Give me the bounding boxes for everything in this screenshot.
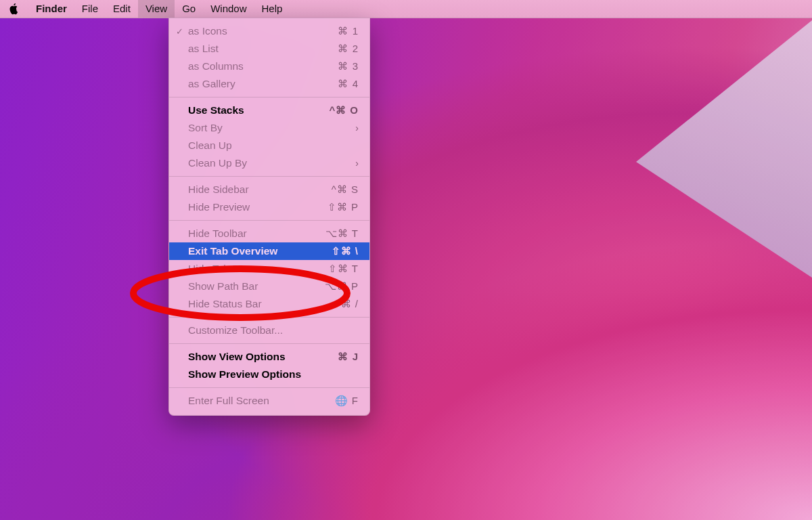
menu-item-enter-full-screen[interactable]: Enter Full Screen 🌐 F <box>169 392 369 410</box>
menu-item-shortcut: ⇧⌘ \ <box>332 245 359 257</box>
menu-separator <box>169 343 369 344</box>
menu-item-sort-by[interactable]: Sort By › <box>169 119 369 137</box>
menu-item-hide-tab-bar[interactable]: Hide Tab Bar ⇧⌘ T <box>169 260 369 278</box>
menu-item-label: Exit Tab Overview <box>188 245 332 257</box>
menubar-item-edit[interactable]: Edit <box>106 0 138 18</box>
menu-item-exit-tab-overview[interactable]: Exit Tab Overview ⇧⌘ \ <box>169 242 369 260</box>
menu-item-clean-up[interactable]: Clean Up <box>169 137 369 154</box>
menu-item-as-list[interactable]: as List ⌘ 2 <box>169 40 369 58</box>
menu-item-hide-sidebar[interactable]: Hide Sidebar ^⌘ S <box>169 181 369 198</box>
menu-item-shortcut: ^⌘ O <box>329 104 359 116</box>
menu-item-label: Enter Full Screen <box>188 395 335 407</box>
menu-item-label: Hide Sidebar <box>188 183 332 196</box>
menu-item-show-preview-options[interactable]: Show Preview Options <box>169 366 369 383</box>
menu-item-shortcut: 🌐 F <box>335 395 359 407</box>
menu-item-show-view-options[interactable]: Show View Options ⌘ J <box>169 348 369 366</box>
menu-item-use-stacks[interactable]: Use Stacks ^⌘ O <box>169 102 369 119</box>
chevron-right-icon: › <box>355 158 359 169</box>
menu-item-label: Show Path Bar <box>188 280 325 292</box>
menu-separator <box>169 317 369 318</box>
menu-item-label: Show Preview Options <box>188 368 359 381</box>
menu-item-shortcut: ⌥⌘ P <box>325 280 359 292</box>
menu-item-label: Use Stacks <box>188 104 329 116</box>
menubar-item-file[interactable]: File <box>74 0 106 18</box>
menu-item-label: Hide Status Bar <box>188 298 341 310</box>
menu-item-label: as Icons <box>188 25 338 37</box>
desktop-wallpaper <box>0 0 812 520</box>
chevron-right-icon: › <box>355 123 359 133</box>
menu-item-shortcut: ⌥⌘ T <box>325 228 359 240</box>
menu-item-label: Clean Up By <box>188 157 355 169</box>
menu-item-label: Clean Up <box>188 139 359 152</box>
menu-item-shortcut: ⌘ 3 <box>338 60 359 72</box>
menu-item-label: Hide Toolbar <box>188 228 325 240</box>
menu-item-as-icons[interactable]: ✓ as Icons ⌘ 1 <box>169 22 369 40</box>
menu-separator <box>169 220 369 221</box>
menu-item-clean-up-by[interactable]: Clean Up By › <box>169 154 369 172</box>
menu-item-show-path-bar[interactable]: Show Path Bar ⌥⌘ P <box>169 278 369 295</box>
menu-item-customize-toolbar[interactable]: Customize Toolbar... <box>169 322 369 339</box>
view-menu-dropdown: ✓ as Icons ⌘ 1 as List ⌘ 2 as Columns ⌘ … <box>168 18 370 416</box>
menu-item-hide-status-bar[interactable]: Hide Status Bar ⌘ / <box>169 295 369 313</box>
menu-item-as-gallery[interactable]: as Gallery ⌘ 4 <box>169 75 369 93</box>
menu-item-shortcut: ⌘ 2 <box>338 43 359 55</box>
apple-menu-icon[interactable] <box>8 3 20 15</box>
menu-item-label: as Columns <box>188 60 338 72</box>
menu-item-label: as Gallery <box>188 78 338 90</box>
menubar-item-window[interactable]: Window <box>203 0 254 18</box>
menu-item-as-columns[interactable]: as Columns ⌘ 3 <box>169 58 369 75</box>
menu-item-shortcut: ⌘ 4 <box>338 78 359 90</box>
menu-item-label: Customize Toolbar... <box>188 324 359 337</box>
menu-separator <box>169 97 369 98</box>
menu-item-hide-preview[interactable]: Hide Preview ⇧⌘ P <box>169 198 369 216</box>
menu-item-shortcut: ⌘ J <box>338 351 359 363</box>
menu-item-shortcut: ⇧⌘ P <box>328 201 359 213</box>
menubar-app-name[interactable]: Finder <box>28 0 74 18</box>
menu-item-label: as List <box>188 43 338 55</box>
menu-separator <box>169 176 369 177</box>
menu-item-shortcut: ⇧⌘ T <box>328 263 359 275</box>
menu-item-hide-toolbar[interactable]: Hide Toolbar ⌥⌘ T <box>169 225 369 242</box>
menu-item-label: Hide Tab Bar <box>188 263 328 275</box>
checkmark-icon: ✓ <box>176 26 183 37</box>
menubar-item-go[interactable]: Go <box>175 0 203 18</box>
menubar-item-help[interactable]: Help <box>254 0 290 18</box>
menubar-item-view[interactable]: View <box>138 0 175 18</box>
menu-item-label: Sort By <box>188 122 355 134</box>
menu-bar: Finder File Edit View Go Window Help <box>0 0 812 18</box>
menu-item-label: Show View Options <box>188 351 338 363</box>
menu-item-shortcut: ⌘ / <box>341 298 359 310</box>
menu-item-label: Hide Preview <box>188 201 328 213</box>
menu-item-shortcut: ⌘ 1 <box>338 25 359 37</box>
menu-item-shortcut: ^⌘ S <box>332 183 359 196</box>
menu-separator <box>169 387 369 388</box>
